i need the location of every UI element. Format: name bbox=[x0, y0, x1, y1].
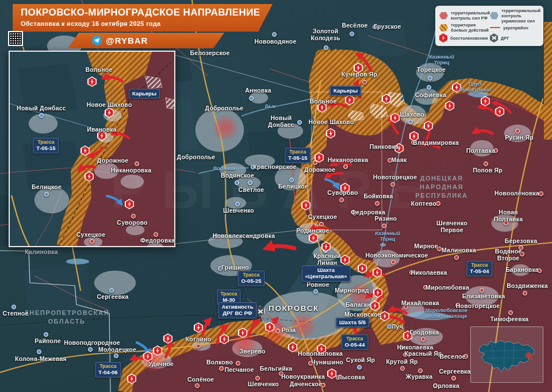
settlement-dot bbox=[508, 310, 513, 315]
map-tag: ТрассаО-05-25 bbox=[238, 271, 265, 286]
settlement-dot bbox=[539, 191, 543, 196]
settlement-dot bbox=[135, 162, 139, 166]
settlement-dot bbox=[37, 349, 41, 354]
town-label: Воздвиженка bbox=[507, 283, 547, 290]
settlement-dot bbox=[90, 239, 94, 244]
map-tag: Шахта «Центральная» bbox=[302, 266, 351, 282]
town-label: Сухецкое bbox=[76, 232, 105, 239]
town-label: Доброполье bbox=[177, 154, 216, 161]
combat-strip-east bbox=[544, 22, 552, 140]
title-banner: ПОКРОВСКО-МИРНОГРАДСКОЕ НАПРАВЛЕНИЕ Обст… bbox=[13, 4, 273, 32]
clash-hexagon-icon bbox=[439, 33, 447, 43]
settlement-dot bbox=[235, 202, 240, 206]
town-label: Новая Полтавка bbox=[486, 209, 530, 223]
town-label: Вольное bbox=[310, 98, 337, 105]
settlement-dot bbox=[249, 96, 254, 101]
town-label: Орловка bbox=[433, 383, 459, 390]
town-label: Шевченко bbox=[248, 381, 279, 388]
town-label: Новый Донбасс bbox=[268, 115, 294, 129]
settlement-dot bbox=[248, 180, 252, 185]
settlement-dot bbox=[313, 289, 318, 294]
settlement-dot bbox=[44, 332, 48, 337]
town-label: Белозерское bbox=[190, 50, 230, 57]
town-label: Крутой Яр bbox=[386, 359, 417, 366]
battle-glow bbox=[212, 114, 239, 141]
map-tag: ТрассаТ-04-06 bbox=[95, 362, 121, 378]
town-label: Волково bbox=[206, 359, 233, 366]
town-label: Доброполье bbox=[205, 105, 244, 112]
town-label: Никаноровка bbox=[328, 157, 368, 164]
qr-pattern bbox=[9, 32, 22, 45]
settlement-dot bbox=[324, 45, 328, 50]
legend-label: территориальный контроль украинских сил bbox=[501, 8, 540, 24]
town-label: Гродовка bbox=[410, 329, 439, 336]
town-label: Белицкое bbox=[278, 183, 308, 190]
town-label: Новое Шахово bbox=[87, 102, 132, 109]
town-label: Торецкое bbox=[417, 67, 446, 74]
town-label: Полтавка bbox=[466, 148, 496, 155]
town-label: Мирноград bbox=[335, 287, 369, 294]
map-tag: ТрассаТ-05-15 bbox=[33, 138, 59, 153]
settlement-dot bbox=[523, 291, 527, 295]
town-label: Удачное bbox=[148, 361, 174, 368]
town-label: Журавка bbox=[406, 374, 432, 381]
town-label: Бойковка bbox=[363, 193, 393, 200]
town-label: Солёное bbox=[187, 376, 214, 383]
settlement-dot bbox=[343, 164, 348, 169]
legend-item-rf: территориальный контроль сил РФ bbox=[439, 9, 490, 22]
town-label: Даченское bbox=[290, 381, 322, 388]
settlement-dot bbox=[400, 366, 405, 371]
town-label: Сергеевка bbox=[97, 294, 128, 301]
settlement-dot bbox=[454, 255, 459, 260]
water-label: Пруд Винокурный bbox=[459, 81, 492, 93]
telegram-icon bbox=[92, 36, 102, 45]
town-label: Барановка bbox=[505, 267, 539, 274]
town-label: Новый Донбасс bbox=[17, 105, 66, 112]
water-label: Казенный Торец bbox=[429, 54, 454, 66]
settlement-dot bbox=[375, 201, 379, 206]
settlement-dot bbox=[219, 366, 224, 371]
ukraine-outline bbox=[471, 327, 543, 382]
town-label: Суворово bbox=[327, 190, 358, 197]
settlement-dot bbox=[484, 162, 488, 166]
settlement-dot bbox=[154, 232, 158, 237]
town-label: Грузское bbox=[374, 24, 401, 30]
map-title: ПОКРОВСКО-МИРНОГРАДСКОЕ НАПРАВЛЕНИЕ bbox=[21, 7, 264, 18]
settlement-dot bbox=[109, 288, 114, 293]
settlement-dot bbox=[339, 198, 344, 202]
settlement-dot bbox=[319, 222, 324, 226]
town-label: Новоподгородное bbox=[64, 340, 120, 347]
drg-hexagon-icon bbox=[490, 33, 498, 43]
town-label: Колона-Межевая bbox=[15, 356, 67, 363]
town-label: Русин Яр bbox=[505, 134, 534, 141]
town-label: Вольное bbox=[86, 67, 113, 74]
settlement-dot bbox=[480, 288, 484, 293]
map-root: РЫБАРЬ ВесёлоеГрузскоеЗолотой КолодезьНо… bbox=[0, 0, 552, 392]
settlement-dot bbox=[44, 192, 49, 197]
town-label: Березовка bbox=[505, 238, 537, 245]
town-label: Попов Яр bbox=[473, 167, 503, 174]
town-label: Дорожное bbox=[97, 157, 128, 164]
fortification-line-icon bbox=[490, 27, 500, 29]
town-label: Роза bbox=[282, 327, 296, 334]
town-label: Молодецкое bbox=[98, 347, 136, 353]
legend-item-clash: боестолкновения bbox=[439, 33, 490, 43]
town-label: Новопавловка bbox=[298, 351, 343, 358]
town-label: Красноярское bbox=[253, 164, 296, 171]
town-label: Ровное bbox=[306, 282, 329, 289]
town-label: Зверево bbox=[239, 348, 265, 355]
town-label: Разино bbox=[375, 216, 397, 222]
town-label: Мирное bbox=[414, 243, 438, 250]
town-label: Федоровка bbox=[140, 237, 175, 244]
settlement-dot bbox=[236, 361, 240, 366]
map-tag: Карьеры bbox=[129, 89, 160, 99]
town-label: Новое Шахово bbox=[309, 119, 354, 126]
town-label: Райполе bbox=[34, 338, 60, 345]
settlement-dot bbox=[428, 76, 432, 80]
town-label: Красный Лиман bbox=[313, 253, 341, 267]
settlement-dot bbox=[451, 376, 456, 381]
town-label: Новоалександровка bbox=[213, 233, 275, 240]
settlement-dot bbox=[350, 32, 354, 36]
town-label: Новоторецкое bbox=[373, 174, 417, 181]
settlement-dot bbox=[357, 365, 362, 370]
